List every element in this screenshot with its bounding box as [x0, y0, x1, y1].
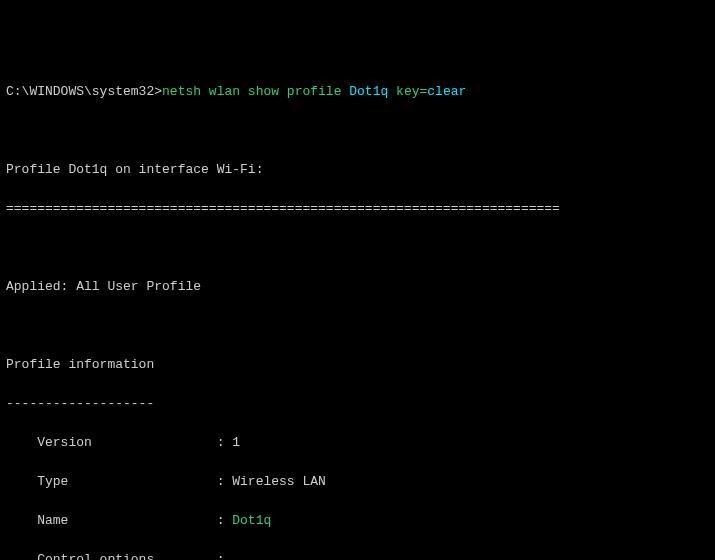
command-prompt-line: C:\WINDOWS\system32>netsh wlan show prof…	[6, 82, 709, 102]
section-dashes: -------------------	[6, 394, 709, 414]
command-netsh: netsh wlan show profile	[162, 84, 349, 99]
row-type: Type : Wireless LAN	[6, 472, 709, 492]
row-name: Name : Dot1q	[6, 511, 709, 531]
applied-line: Applied: All User Profile	[6, 277, 709, 297]
prompt-path: C:\WINDOWS\system32>	[6, 84, 162, 99]
row-control-options: Control options :	[6, 550, 709, 560]
command-key-eq: key=	[388, 84, 427, 99]
row-version: Version : 1	[6, 433, 709, 453]
command-profile-name: Dot1q	[349, 84, 388, 99]
profile-name-value: Dot1q	[232, 513, 271, 528]
profile-header: Profile Dot1q on interface Wi-Fi:	[6, 160, 709, 180]
header-divider: ========================================…	[6, 199, 709, 219]
command-key-arg: clear	[427, 84, 466, 99]
section-title-profile-info: Profile information	[6, 355, 709, 375]
